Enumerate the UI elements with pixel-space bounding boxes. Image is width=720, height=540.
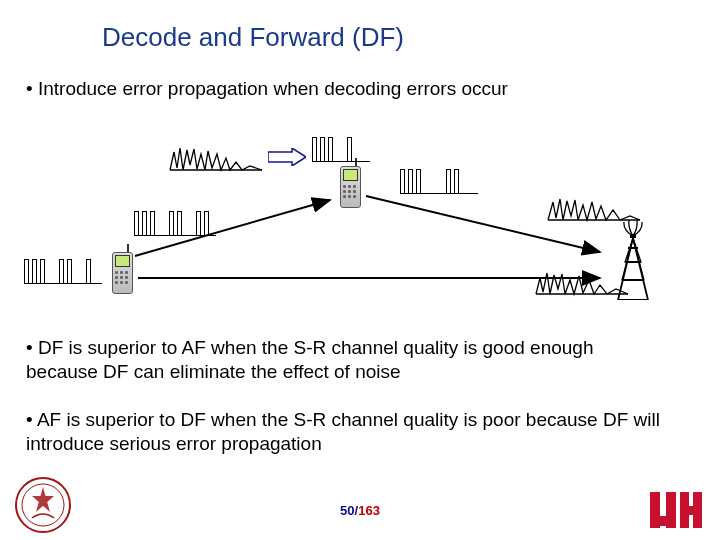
bullet-af-superior: • AF is superior to DF when the S-R chan… [26, 408, 666, 456]
slide-title: Decode and Forward (DF) [102, 22, 404, 53]
uh-logo [650, 490, 702, 530]
svg-rect-14 [680, 506, 702, 515]
svg-line-4 [135, 200, 330, 256]
svg-line-6 [366, 196, 600, 252]
university-seal-logo [14, 476, 72, 534]
arrows [0, 110, 720, 320]
page-number: 50/163 [340, 503, 380, 518]
bullet-intro: • Introduce error propagation when decod… [26, 78, 508, 100]
svg-rect-11 [650, 516, 676, 526]
bullet-df-superior: • DF is superior to AF when the S-R chan… [26, 336, 666, 384]
page-total: 163 [358, 503, 380, 518]
page-current: 50 [340, 503, 354, 518]
df-relay-diagram [0, 110, 720, 320]
